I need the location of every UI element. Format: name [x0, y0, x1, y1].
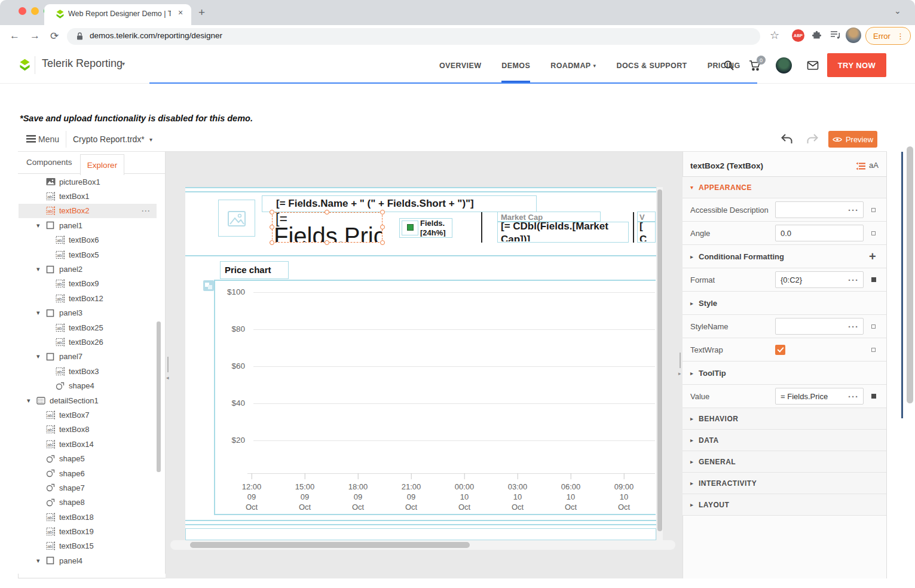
tree-item-shape8[interactable]: shape8	[19, 495, 157, 510]
property-row-layout[interactable]: ▸LAYOUT	[683, 494, 886, 516]
property-override-marker[interactable]	[871, 394, 876, 399]
property-row-style[interactable]: ▸Style	[683, 292, 886, 315]
page-scrollbar-thumb[interactable]	[907, 146, 913, 403]
close-window-button[interactable]	[19, 7, 26, 15]
tree-item-panel3[interactable]: ▾panel3	[19, 306, 157, 320]
nav-item-docs-support[interactable]: DOCS & SUPPORT	[617, 48, 687, 83]
tree-item-textbox5[interactable]: abtextBox5	[19, 247, 157, 262]
menu-button[interactable]: Menu	[38, 134, 59, 144]
tree-scrollbar-thumb[interactable]	[157, 321, 161, 472]
browser-profile-avatar[interactable]	[846, 27, 861, 43]
expand-arrow-icon[interactable]: ▸	[690, 300, 699, 307]
tree-item-textbox9[interactable]: abtextBox9	[19, 277, 157, 291]
tree-item-textbox6[interactable]: abtextBox6	[19, 233, 157, 247]
property-row-tooltip[interactable]: ▸ToolTip	[683, 362, 886, 385]
tree-item-textbox8[interactable]: abtextBox8	[19, 422, 157, 437]
tab-components[interactable]: Components	[26, 158, 72, 167]
hamburger-menu-icon[interactable]	[26, 135, 36, 143]
selection-handle[interactable]	[270, 240, 274, 245]
lock-icon[interactable]	[76, 32, 84, 41]
mail-icon[interactable]	[807, 60, 819, 71]
alphabetical-view-icon[interactable]: aA	[869, 161, 879, 170]
property-row-data[interactable]: ▸DATA	[683, 430, 886, 451]
accessible-description-input[interactable]: ···	[775, 201, 864, 218]
tree-item-textbox19[interactable]: abtextBox19	[19, 524, 157, 538]
ellipsis-edit-icon[interactable]: ···	[848, 275, 859, 285]
tree-item-panel1[interactable]: ▾panel1	[19, 218, 157, 232]
ellipsis-edit-icon[interactable]: ···	[848, 205, 859, 215]
ellipsis-edit-icon[interactable]: ···	[848, 391, 859, 402]
error-button[interactable]: Error ⋮	[865, 27, 911, 45]
collapse-arrow-icon[interactable]: ▾	[36, 557, 46, 565]
expand-arrow-icon[interactable]: ▸	[690, 458, 699, 465]
collapse-arrow-icon[interactable]: ▾	[690, 184, 699, 191]
reading-list-icon[interactable]	[830, 30, 841, 39]
value-input[interactable]: = Fields.Price···	[775, 388, 864, 405]
undo-icon[interactable]	[781, 134, 792, 144]
right-splitter-arrow-icon[interactable]: ▸	[678, 370, 681, 376]
expand-arrow-icon[interactable]: ▸	[690, 501, 699, 508]
nav-item-overview[interactable]: OVERVIEW	[439, 48, 481, 83]
preview-button[interactable]: Preview	[828, 131, 877, 148]
back-button[interactable]: ←	[10, 30, 20, 42]
tree-item-shape6[interactable]: shape6	[19, 466, 157, 480]
tree-item-textbox12[interactable]: abtextBox12	[19, 291, 157, 305]
collapse-arrow-icon[interactable]: ▾	[36, 353, 46, 360]
right-splitter-handle[interactable]	[680, 353, 681, 368]
property-row-general[interactable]: ▸GENERAL	[683, 451, 886, 473]
url-text[interactable]: demos.telerik.com/reporting/designer	[90, 31, 222, 40]
collapse-arrow-icon[interactable]: ▾	[36, 222, 46, 229]
tree-item-textbox18[interactable]: abtextBox18	[19, 510, 157, 524]
chart-widget-icon[interactable]	[203, 280, 214, 291]
tree-item-textbox7[interactable]: abtextBox7	[19, 408, 157, 422]
browser-menu-icon[interactable]: ⋮	[896, 32, 904, 41]
property-override-marker[interactable]	[871, 324, 876, 329]
tree-item-textbox3[interactable]: abtextBox3	[19, 364, 157, 378]
property-row-behavior[interactable]: ▸BEHAVIOR	[683, 408, 886, 430]
stylename-input[interactable]: ···	[775, 318, 864, 335]
property-override-marker[interactable]	[871, 277, 876, 282]
selected-price-textbox[interactable]: [= Fields.Price	[272, 212, 382, 243]
expand-arrow-icon[interactable]: ▸	[690, 415, 699, 422]
left-splitter-handle[interactable]	[167, 357, 169, 372]
tab-explorer[interactable]: Explorer	[80, 154, 124, 175]
adblock-extension-icon[interactable]: ABP	[792, 29, 804, 42]
property-override-marker[interactable]	[871, 348, 876, 352]
collapse-arrow-icon[interactable]: ▾	[27, 397, 36, 405]
nav-item-demos[interactable]: DEMOS	[501, 48, 530, 83]
collapse-arrow-icon[interactable]: ▾	[36, 309, 46, 317]
ellipsis-edit-icon[interactable]: ···	[848, 321, 859, 332]
angle-input[interactable]: 0.0	[775, 225, 864, 241]
tree-item-textbox1[interactable]: abtextBox1	[19, 189, 157, 203]
tree-item-textbox2[interactable]: abtextBox2⋯	[19, 204, 157, 218]
left-splitter-arrow-icon[interactable]: ◂	[166, 375, 169, 381]
telerik-logo[interactable]	[18, 58, 32, 72]
categorized-view-icon[interactable]	[856, 162, 865, 170]
caret-down-icon[interactable]: ▾	[122, 60, 125, 67]
picturebox-element[interactable]	[218, 200, 255, 237]
chart-element[interactable]	[214, 280, 656, 515]
selection-handle[interactable]	[325, 210, 329, 215]
item-options-icon[interactable]: ⋯	[141, 206, 151, 216]
tree-item-panel2[interactable]: ▾panel2	[19, 262, 157, 276]
product-title[interactable]: Telerik Reporting	[42, 57, 123, 70]
selection-handle[interactable]	[270, 210, 274, 215]
selection-handle[interactable]	[270, 225, 274, 229]
forward-button[interactable]: →	[30, 30, 40, 42]
shape-vertical-line[interactable]	[481, 212, 482, 243]
tree-item-shape7[interactable]: shape7	[19, 480, 157, 495]
account-avatar[interactable]	[776, 57, 792, 74]
tree-item-textbox15[interactable]: abtextBox15	[19, 539, 157, 553]
property-override-marker[interactable]	[871, 231, 876, 235]
tree-item-textbox26[interactable]: abtextBox26	[19, 335, 157, 349]
textwrap-checkbox[interactable]	[775, 345, 785, 355]
format-input[interactable]: {0:C2}···	[775, 271, 864, 288]
tree-item-detailsection1[interactable]: ▾detailSection1	[19, 393, 157, 408]
tree-item-panel4[interactable]: ▾panel4	[19, 553, 157, 568]
bookmark-star-icon[interactable]: ☆	[770, 29, 779, 42]
property-row-conditional-formatting[interactable]: ▸Conditional Formatting+	[683, 245, 886, 268]
selection-handle[interactable]	[325, 240, 329, 245]
shape-vertical-line[interactable]	[633, 212, 634, 243]
expand-arrow-icon[interactable]: ▸	[690, 437, 699, 443]
property-row-appearance[interactable]: ▾APPEARANCE	[683, 177, 886, 198]
